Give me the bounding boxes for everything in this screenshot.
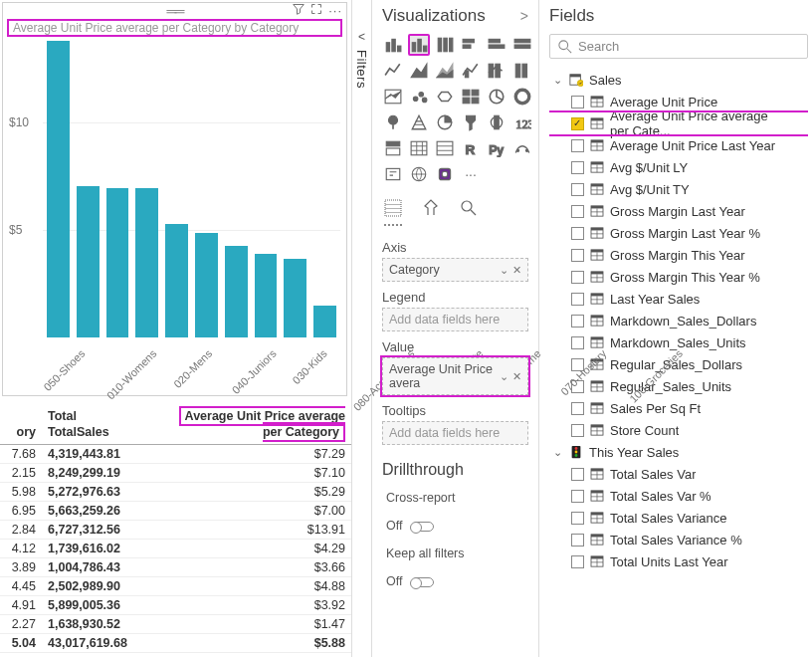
field-checkbox[interactable] (571, 512, 584, 525)
field-item[interactable]: Gross Margin Last Year % (549, 222, 808, 244)
bar[interactable] (106, 188, 129, 337)
table-row[interactable]: 4.915,899,005.36$3.92 (0, 595, 351, 614)
field-item[interactable]: Average Unit Price Last Year (549, 134, 808, 156)
field-item[interactable]: Average Unit Price average per Cate... (549, 112, 808, 134)
table-row[interactable]: 2.271,638,930.52$1.47 (0, 614, 351, 633)
viz-type-button[interactable] (434, 34, 456, 56)
viz-type-button[interactable] (511, 86, 533, 108)
field-checkbox[interactable] (571, 490, 584, 503)
viz-type-button[interactable]: R (460, 137, 482, 159)
table-row[interactable]: 3.891,004,786.43$3.66 (0, 557, 351, 576)
chevron-right-icon[interactable]: > (520, 8, 528, 24)
bar[interactable] (195, 233, 218, 337)
viz-type-button[interactable] (408, 86, 430, 108)
field-checkbox[interactable] (571, 468, 584, 481)
remove-field-icon[interactable]: ✕ (512, 264, 521, 277)
viz-type-button[interactable] (408, 60, 430, 82)
field-item[interactable]: Avg $/Unit TY (549, 178, 808, 200)
field-item[interactable]: Total Sales Variance % (549, 529, 808, 550)
field-checkbox[interactable] (571, 139, 584, 152)
field-item[interactable]: Total Sales Var % (549, 485, 808, 507)
col-header-avg-unit-price[interactable]: Average Unit Price average per Category (151, 406, 351, 444)
viz-type-button[interactable] (382, 111, 404, 133)
field-item[interactable]: Markdown_Sales_Dollars (549, 310, 808, 331)
viz-type-button[interactable] (511, 60, 533, 82)
axis-field-well[interactable]: Category ⌄ ✕ (382, 258, 528, 282)
bar[interactable] (135, 188, 158, 337)
bar[interactable] (165, 224, 188, 337)
bar[interactable] (225, 246, 248, 337)
col-header-category[interactable]: ory (0, 406, 42, 444)
bar[interactable] (284, 259, 306, 337)
field-checkbox[interactable] (571, 183, 584, 196)
viz-type-button[interactable] (486, 34, 508, 56)
fields-table[interactable]: ⌄This Year Sales (549, 441, 808, 463)
field-checkbox[interactable] (571, 315, 584, 328)
field-item[interactable]: Gross Margin This Year % (549, 266, 808, 288)
collapse-icon[interactable]: ⌄ (551, 446, 563, 459)
field-item[interactable]: Total Units Last Year (549, 550, 808, 572)
collapse-icon[interactable]: ⌄ (551, 74, 563, 87)
field-checkbox[interactable] (571, 424, 584, 437)
chevron-down-icon[interactable]: ⌄ (500, 264, 508, 277)
table-row[interactable]: 4.452,502,989.90$4.88 (0, 576, 351, 595)
viz-type-button[interactable] (382, 163, 404, 185)
expand-filters-icon[interactable]: < (358, 30, 365, 44)
field-checkbox[interactable] (571, 249, 584, 262)
field-checkbox[interactable] (571, 117, 584, 130)
field-item[interactable]: Store Count (549, 419, 808, 441)
field-item[interactable]: Total Sales Variance (549, 507, 808, 529)
more-visuals-icon[interactable]: ··· (460, 163, 482, 185)
table-row[interactable]: 6.955,663,259.26$7.00 (0, 501, 351, 520)
table-row[interactable]: 7.684,319,443.81$7.29 (0, 444, 351, 463)
table-row[interactable]: 2.158,249,299.19$7.10 (0, 463, 351, 482)
fields-search-input[interactable]: Search (549, 34, 808, 59)
visualizations-header[interactable]: Visualizations > (382, 6, 528, 26)
field-checkbox[interactable] (571, 555, 584, 568)
field-item[interactable]: Last Year Sales (549, 288, 808, 310)
table-row[interactable]: 5.0443,017,619.68$5.88 (0, 633, 351, 652)
bar[interactable] (255, 254, 278, 337)
viz-type-button[interactable] (460, 86, 482, 108)
viz-type-button[interactable] (382, 137, 404, 159)
filter-icon[interactable] (293, 3, 304, 18)
viz-type-button[interactable] (486, 111, 508, 133)
viz-type-button[interactable] (434, 60, 456, 82)
field-checkbox[interactable] (571, 336, 584, 349)
format-tab-icon[interactable] (422, 199, 440, 226)
field-item[interactable]: Gross Margin This Year (549, 244, 808, 266)
table-row[interactable]: 5.985,272,976.63$5.29 (0, 482, 351, 501)
viz-type-button[interactable] (434, 111, 456, 133)
viz-type-button[interactable] (511, 137, 533, 159)
tooltips-field-well[interactable]: Add data fields here (382, 421, 528, 445)
field-checkbox[interactable] (571, 205, 584, 218)
field-checkbox[interactable] (571, 534, 584, 547)
bar[interactable] (77, 186, 100, 337)
bar[interactable] (47, 41, 70, 337)
viz-type-button[interactable] (408, 34, 430, 56)
fields-tab-icon[interactable] (384, 199, 402, 226)
viz-type-button[interactable] (486, 86, 508, 108)
cross-report-toggle[interactable] (412, 522, 434, 532)
analytics-tab-icon[interactable] (460, 199, 478, 226)
viz-type-button[interactable] (408, 137, 430, 159)
data-table[interactable]: ory Total TotalSales Average Unit Price … (0, 406, 351, 657)
viz-type-button[interactable] (382, 34, 404, 56)
focus-mode-icon[interactable] (310, 3, 322, 18)
legend-field-well[interactable]: Add data fields here (382, 308, 528, 331)
value-field-well[interactable]: Average Unit Price avera ⌄ ✕ (382, 357, 528, 395)
table-row[interactable]: 2.846,727,312.56$13.91 (0, 520, 351, 539)
keep-filters-toggle[interactable] (412, 577, 434, 587)
field-item[interactable]: Gross Margin Last Year (549, 200, 808, 222)
viz-type-button[interactable]: 123 (511, 111, 533, 133)
field-item[interactable]: Total Sales Var (549, 463, 808, 485)
viz-type-button[interactable] (511, 34, 533, 56)
remove-field-icon[interactable]: ✕ (512, 370, 521, 383)
field-item[interactable]: Avg $/Unit LY (549, 156, 808, 178)
table-row[interactable]: 4.121,739,616.02$4.29 (0, 539, 351, 557)
field-checkbox[interactable] (571, 271, 584, 284)
drag-handle-icon[interactable]: ══ (167, 3, 183, 19)
viz-type-button[interactable] (434, 163, 456, 185)
field-checkbox[interactable] (571, 227, 584, 240)
fields-table[interactable]: ⌄Sales (549, 69, 808, 91)
